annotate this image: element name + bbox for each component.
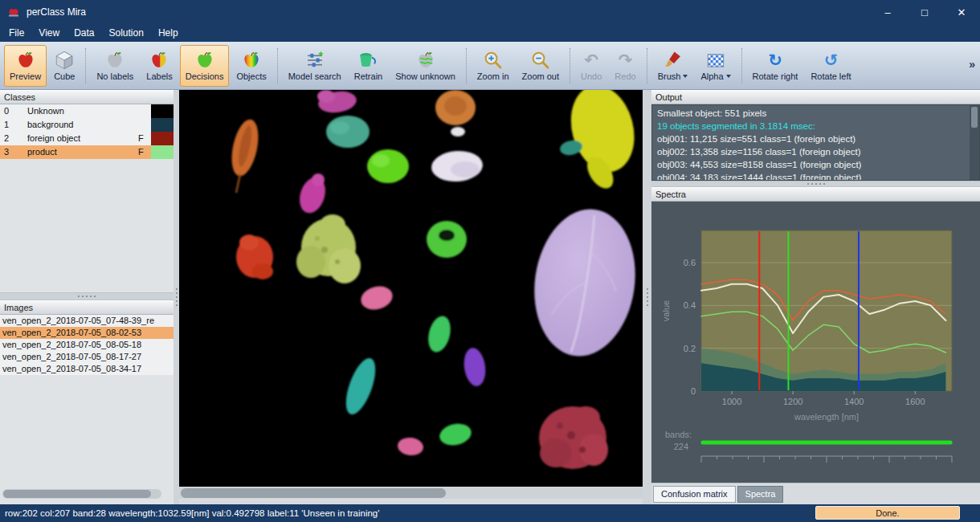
toolbar-button-redo[interactable]: ↷ Redo: [609, 45, 641, 87]
done-button[interactable]: Done.: [815, 506, 960, 520]
svg-text:0.2: 0.2: [684, 344, 696, 353]
retrain-icon: [357, 50, 378, 71]
image-list-item[interactable]: ven_open_2_2018-07-05_08-17-27: [0, 351, 174, 363]
segmented-object[interactable]: [296, 214, 361, 283]
segmented-object[interactable]: [462, 346, 488, 387]
class-row-unknown[interactable]: 0 Unknown: [0, 104, 174, 118]
left-splitter[interactable]: [174, 90, 179, 504]
splitter-dots-icon: [815, 183, 817, 185]
right-panel: Output Smallest object: 551 pixels 19 ob…: [651, 90, 980, 504]
menu-help[interactable]: Help: [151, 24, 186, 42]
toolbar-separator: [570, 48, 570, 84]
segmented-object[interactable]: [438, 421, 474, 448]
tab-spectra[interactable]: Spectra: [737, 486, 784, 503]
scrollbar-thumb[interactable]: [3, 490, 151, 498]
segmented-object[interactable]: [539, 406, 608, 469]
toolbar-button-rotate-right[interactable]: ↻ Rotate right: [747, 45, 804, 87]
toolbar-button-labels[interactable]: Labels: [141, 45, 178, 87]
segmented-object[interactable]: [227, 117, 263, 193]
maximize-button[interactable]: □: [906, 0, 943, 24]
segmented-object[interactable]: [367, 149, 409, 183]
menu-view[interactable]: View: [31, 24, 67, 42]
class-row-product[interactable]: 3 product F: [0, 145, 174, 159]
image-view[interactable]: [179, 90, 643, 487]
right-splitter[interactable]: [643, 90, 651, 504]
scrollbar-thumb[interactable]: [971, 107, 978, 128]
class-color-swatch: [151, 145, 174, 159]
segmented-object[interactable]: [316, 90, 357, 115]
segmented-object[interactable]: [435, 90, 476, 137]
segmented-object[interactable]: [525, 202, 643, 362]
svg-text:1000: 1000: [722, 397, 741, 406]
toolbar-button-alpha[interactable]: Alpha: [695, 45, 736, 87]
output-log[interactable]: Smallest object: 551 pixels 19 objects s…: [651, 104, 980, 181]
toolbar-button-preview[interactable]: Preview: [4, 45, 47, 87]
spectra-chart[interactable]: 00.20.40.61000120014001600wavelength [nm…: [651, 202, 980, 483]
toolbar-button-rotate-left[interactable]: ↺ Rotate left: [805, 45, 856, 87]
toolbar-button-zoom-in[interactable]: Zoom in: [472, 45, 515, 87]
classes-table: 0 Unknown 1 background 2 foreign object …: [0, 104, 174, 159]
segmented-object[interactable]: [236, 234, 273, 279]
output-line: Smallest object: 551 pixels: [657, 107, 974, 120]
toolbar-button-undo[interactable]: ↶ Undo: [575, 45, 607, 87]
apple-gray-icon: [104, 50, 125, 71]
svg-text:wavelength [nm]: wavelength [nm]: [794, 412, 859, 422]
model-search-icon: [304, 50, 325, 71]
rotate-left-icon: ↺: [820, 50, 841, 71]
svg-text:value: value: [661, 300, 671, 321]
toolbar-button-decisions[interactable]: Decisions: [180, 45, 230, 87]
zoom-out-icon: [530, 50, 551, 71]
minimize-button[interactable]: –: [869, 0, 906, 24]
svg-text:0.6: 0.6: [684, 258, 696, 267]
segmented-object[interactable]: [397, 436, 424, 456]
image-list-item[interactable]: ven_open_2_2018-07-05_08-05-18: [0, 339, 174, 351]
zoom-in-icon: [483, 50, 504, 71]
image-list-item[interactable]: ven_open_2_2018-07-05_08-34-17: [0, 363, 174, 375]
classes-images-splitter[interactable]: [0, 292, 174, 300]
undo-icon: ↶: [581, 50, 602, 71]
segmented-object[interactable]: [326, 116, 370, 148]
toolbar-separator: [277, 48, 278, 84]
toolbar-button-model-search[interactable]: Model search: [283, 45, 347, 87]
segmented-object[interactable]: [431, 149, 484, 183]
toolbar-button-zoom-out[interactable]: Zoom out: [517, 45, 565, 87]
toolbar-separator: [85, 48, 86, 84]
image-horizontal-scrollbar[interactable]: [179, 487, 643, 499]
toolbar-button-show-unknown[interactable]: Show unknown: [390, 45, 461, 87]
toolbar-button-cube[interactable]: Cube: [48, 45, 80, 87]
svg-text:1200: 1200: [783, 397, 802, 406]
segmented-object[interactable]: [427, 221, 467, 258]
toolbar-button-brush[interactable]: Brush: [652, 45, 694, 87]
scrollbar-thumb[interactable]: [181, 488, 446, 498]
toolbar-button-objects[interactable]: Objects: [231, 45, 272, 87]
menu-data[interactable]: Data: [67, 24, 101, 42]
images-panel-header: Images: [0, 300, 174, 315]
menu-solution[interactable]: Solution: [102, 24, 151, 42]
segmented-object[interactable]: [425, 314, 454, 355]
output-spectra-splitter[interactable]: [651, 181, 980, 187]
image-list-item[interactable]: ven_open_2_2018-07-05_08-02-53: [0, 327, 174, 339]
svg-text:1600: 1600: [905, 397, 925, 406]
image-list-item[interactable]: ven_open_2_2018-07-05_07-48-39_re: [0, 315, 174, 327]
segmentation-image[interactable]: [179, 90, 643, 487]
menu-file[interactable]: File: [2, 24, 31, 42]
spectra-panel-header: Spectra: [651, 187, 980, 202]
class-color-swatch: [151, 104, 174, 118]
toolbar-button-no-labels[interactable]: No labels: [91, 45, 139, 87]
class-row-background[interactable]: 1 background: [0, 118, 174, 132]
left-panel: Classes 0 Unknown 1 background 2 foreign…: [0, 90, 174, 504]
segmented-object[interactable]: [340, 354, 382, 418]
redo-icon: ↷: [615, 50, 635, 71]
tab-confusion-matrix[interactable]: Confusion matrix: [653, 486, 736, 503]
class-row-foreign-object[interactable]: 2 foreign object F: [0, 132, 174, 145]
output-line: 19 objects segmented in 3.1814 msec:: [657, 120, 974, 133]
svg-text:0: 0: [691, 386, 696, 396]
segmented-object[interactable]: [358, 283, 395, 312]
images-horizontal-scrollbar[interactable]: [2, 489, 161, 499]
output-vertical-scrollbar[interactable]: [970, 105, 979, 180]
close-button[interactable]: ✕: [943, 0, 980, 24]
toolbar-button-retrain[interactable]: Retrain: [349, 45, 388, 87]
segmented-object[interactable]: [296, 173, 330, 217]
toolbar-overflow-button[interactable]: »: [969, 58, 975, 71]
apple-rainbow-icon: [241, 50, 262, 71]
